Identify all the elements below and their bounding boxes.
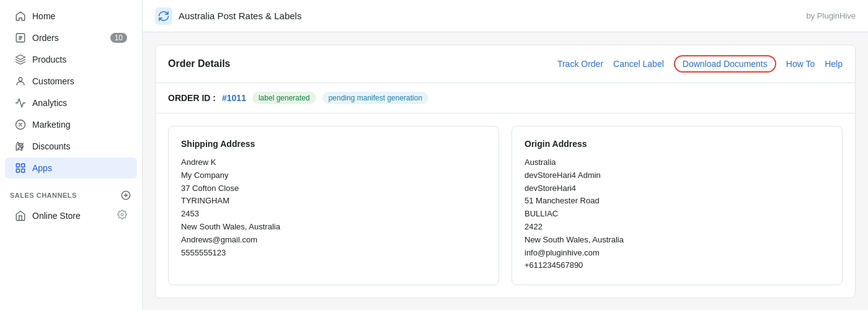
shipping-address-card: Shipping Address Andrew KMy Company37 Co… (168, 126, 499, 285)
panel-title: Order Details (168, 58, 230, 69)
address-line: 2453 (181, 208, 486, 221)
sidebar-item-discounts[interactable]: Discounts (5, 136, 137, 157)
sidebar-item-label: Orders (32, 33, 59, 43)
sidebar-item-label: Discounts (32, 141, 70, 151)
address-line: New South Wales, Australia (525, 234, 830, 247)
address-line: New South Wales, Australia (181, 221, 486, 234)
address-line: Andrews@gmail.com (181, 234, 486, 247)
online-store-settings-icon[interactable] (117, 210, 127, 221)
origin-address-title: Origin Address (525, 139, 830, 149)
svg-rect-5 (22, 164, 25, 167)
sidebar: Home Orders 10 Products Customers (0, 0, 143, 310)
sidebar-item-label: Products (32, 55, 66, 64)
order-details-panel: Order Details Track Order Cancel Label D… (155, 45, 856, 298)
pending-badge: pending manifest generation (322, 92, 428, 104)
sidebar-item-label: Home (32, 11, 55, 21)
address-line: Australia (525, 156, 830, 169)
sidebar-item-orders[interactable]: Orders 10 (5, 27, 137, 48)
customers-icon (15, 76, 26, 87)
track-order-link[interactable]: Track Order (557, 59, 603, 69)
analytics-icon (15, 97, 26, 108)
download-documents-link[interactable]: Download Documents (674, 55, 776, 73)
address-line: 2422 (525, 221, 830, 234)
help-link[interactable]: Help (825, 59, 843, 69)
address-line: My Company (181, 169, 486, 182)
shipping-address-lines: Andrew KMy Company37 Cofton CloseTYRINGH… (181, 156, 486, 259)
sidebar-item-label: Customers (32, 76, 74, 86)
app-title: Australia Post Rates & Labels (179, 11, 301, 21)
sidebar-item-label: Marketing (32, 120, 70, 130)
sidebar-item-analytics[interactable]: Analytics (5, 92, 137, 113)
address-cards: Shipping Address Andrew KMy Company37 Co… (156, 113, 855, 298)
address-line: info@pluginhive.com (525, 247, 830, 260)
origin-address-card: Origin Address AustraliadevStoreHari4 Ad… (512, 126, 843, 285)
topbar-by-text: by PluginHive (807, 11, 856, 20)
sidebar-item-label: Apps (32, 163, 52, 173)
cancel-label-link[interactable]: Cancel Label (613, 59, 664, 69)
online-store-icon (15, 210, 26, 221)
address-line: 51 Manchester Road (525, 195, 830, 208)
address-line: devStoreHari4 Admin (525, 169, 830, 182)
address-line: +611234567890 (525, 259, 830, 272)
address-line: 37 Cofton Close (181, 182, 486, 195)
panel-actions: Track Order Cancel Label Download Docume… (557, 55, 843, 73)
orders-badge: 10 (110, 33, 127, 43)
sidebar-item-products[interactable]: Products (5, 49, 137, 70)
address-line: devStoreHari4 (525, 182, 830, 195)
svg-rect-6 (16, 169, 19, 172)
address-line: Andrew K (181, 156, 486, 169)
address-line: TYRINGHAM (181, 195, 486, 208)
panel-header: Order Details Track Order Cancel Label D… (156, 45, 855, 83)
svg-point-2 (18, 144, 20, 146)
how-to-link[interactable]: How To (786, 59, 815, 69)
sidebar-item-marketing[interactable]: Marketing (5, 114, 137, 135)
sidebar-item-online-store[interactable]: Online Store (5, 205, 137, 226)
orders-icon (15, 32, 26, 43)
discounts-icon (15, 141, 26, 152)
apps-icon (15, 162, 26, 174)
content-area: Order Details Track Order Cancel Label D… (143, 32, 868, 310)
sales-channels-header: SALES CHANNELS (0, 179, 142, 204)
products-icon (15, 54, 26, 65)
marketing-icon (15, 119, 26, 130)
app-logo (155, 7, 172, 25)
svg-point-11 (121, 213, 123, 216)
order-id-row: ORDER ID : #1011 label generated pending… (156, 83, 855, 113)
address-line: BULLIAC (525, 208, 830, 221)
main-content: Australia Post Rates & Labels by PluginH… (143, 0, 868, 310)
order-id-label: ORDER ID : (168, 93, 216, 103)
svg-rect-4 (16, 164, 19, 167)
online-store-label: Online Store (32, 211, 81, 221)
add-sales-channel-button[interactable] (120, 189, 132, 202)
label-generated-badge: label generated (252, 92, 316, 104)
order-id-value[interactable]: #1011 (222, 93, 246, 103)
sales-channels-label: SALES CHANNELS (10, 192, 77, 199)
sidebar-item-apps[interactable]: Apps (5, 157, 137, 179)
sidebar-item-customers[interactable]: Customers (5, 71, 137, 92)
origin-address-lines: AustraliadevStoreHari4 AdmindevStoreHari… (525, 156, 830, 272)
shipping-address-title: Shipping Address (181, 139, 486, 149)
sidebar-item-home[interactable]: Home (5, 6, 137, 27)
home-icon (15, 11, 26, 22)
sidebar-item-label: Analytics (32, 98, 67, 108)
svg-point-1 (19, 78, 22, 81)
address-line: 5555555123 (181, 247, 486, 260)
svg-rect-7 (22, 169, 25, 172)
topbar: Australia Post Rates & Labels by PluginH… (143, 0, 868, 32)
